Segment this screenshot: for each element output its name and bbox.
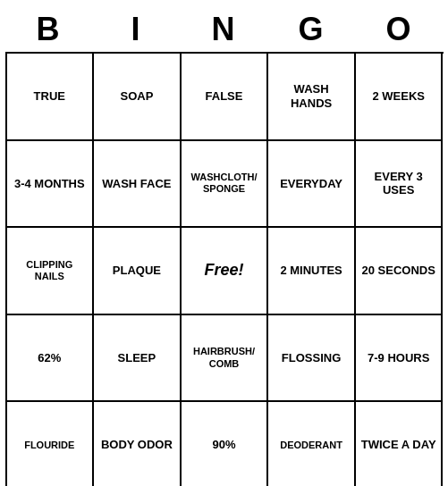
bingo-cell-r3-c1: SLEEP xyxy=(94,315,182,403)
bingo-cell-r2-c4: 20 SECONDS xyxy=(356,228,444,315)
bingo-cell-r0-c1: SOAP xyxy=(94,54,182,141)
bingo-cell-r2-c1: PLAQUE xyxy=(94,228,182,315)
bingo-cell-r3-c3: FLOSSING xyxy=(268,315,356,403)
bingo-cell-r2-c0: CLIPPING NAILS xyxy=(7,228,95,315)
bingo-cell-r0-c3: WASH HANDS xyxy=(268,54,356,141)
bingo-cell-r1-c0: 3-4 MONTHS xyxy=(7,141,95,229)
bingo-cell-r4-c1: BODY ODOR xyxy=(94,402,182,486)
bingo-cell-r1-c2: WASHCLOTH/ SPONGE xyxy=(182,141,269,229)
header-letter: G xyxy=(268,7,356,52)
bingo-cell-r3-c0: 62% xyxy=(7,315,95,403)
bingo-cell-r4-c4: TWICE A DAY xyxy=(356,402,444,486)
bingo-cell-r4-c2: 90% xyxy=(182,402,269,486)
bingo-cell-r2-c3: 2 MINUTES xyxy=(268,228,356,315)
header-letter: O xyxy=(356,7,444,52)
bingo-cell-r0-c2: FALSE xyxy=(182,54,269,141)
bingo-cell-r3-c4: 7-9 HOURS xyxy=(356,315,444,403)
header-letter: N xyxy=(181,7,268,52)
bingo-cell-r4-c0: FLOURIDE xyxy=(7,402,95,486)
bingo-cell-r0-c0: TRUE xyxy=(7,54,95,141)
bingo-cell-r3-c2: HAIRBRUSH/ COMB xyxy=(182,315,269,403)
header-letter: I xyxy=(93,7,181,52)
bingo-cell-r1-c4: EVERY 3 USES xyxy=(356,141,444,229)
bingo-card: BINGO TRUESOAPFALSEWASH HANDS2 WEEKS3-4 … xyxy=(5,7,444,486)
bingo-header: BINGO xyxy=(5,7,444,52)
bingo-cell-r4-c3: DEODERANT xyxy=(268,402,356,486)
bingo-cell-r0-c4: 2 WEEKS xyxy=(356,54,444,141)
bingo-grid: TRUESOAPFALSEWASH HANDS2 WEEKS3-4 MONTHS… xyxy=(5,52,444,486)
bingo-cell-r2-c2: Free! xyxy=(182,228,269,315)
bingo-cell-r1-c1: WASH FACE xyxy=(94,141,182,229)
bingo-cell-r1-c3: EVERYDAY xyxy=(268,141,356,229)
header-letter: B xyxy=(5,7,93,52)
